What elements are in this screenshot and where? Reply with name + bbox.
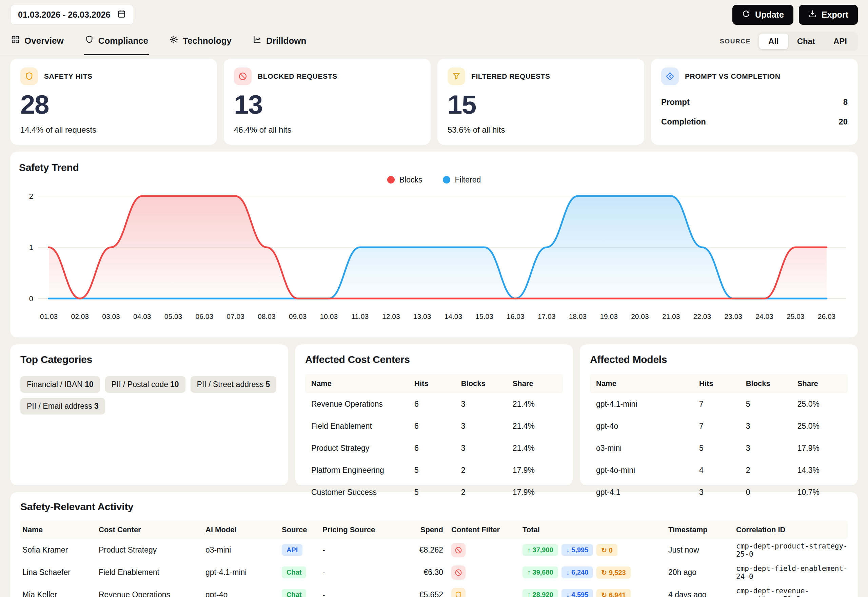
tab-drilldown[interactable]: Drilldown: [252, 29, 307, 55]
cell-pricing-source: -: [323, 568, 407, 577]
category-chip[interactable]: PII / Street address5: [191, 376, 277, 393]
source-option-chat[interactable]: Chat: [788, 34, 824, 49]
category-chip[interactable]: Financial / IBAN10: [20, 376, 100, 393]
models-panel: Affected Models NameHitsBlocksShare gpt-…: [580, 344, 858, 486]
column-header: Name: [22, 526, 95, 534]
svg-text:12.03: 12.03: [382, 312, 400, 320]
safety-trend-panel: Safety Trend Blocks Filtered 01201.0302.…: [10, 151, 858, 337]
source-label: SOURCE: [720, 38, 751, 45]
column-header: Cost Center: [99, 526, 202, 534]
svg-text:17.03: 17.03: [538, 312, 556, 320]
category-chip[interactable]: PII / Postal code10: [105, 376, 185, 393]
cell-cost-center: Revenue Operations: [99, 590, 202, 597]
tokens-down-badge: ↓ 6,240: [561, 566, 593, 578]
table-row: Field Enablement 6 3 21.4%: [305, 415, 563, 437]
legend-item-filtered[interactable]: Filtered: [443, 175, 481, 184]
svg-text:26.03: 26.03: [818, 312, 836, 320]
tab-technology[interactable]: Technology: [169, 29, 232, 55]
export-button[interactable]: Export: [799, 5, 858, 25]
safety-trend-chart: 01201.0302.0303.0304.0305.0306.0307.0308…: [19, 184, 849, 324]
cell-source: API: [282, 544, 319, 556]
tab-label: Compliance: [98, 36, 148, 46]
source-badge: Chat: [282, 589, 306, 597]
kv-value: 20: [838, 117, 848, 126]
activity-row: Sofia Kramer Product Strategy o3-mini AP…: [20, 539, 848, 561]
column-header: Source: [282, 526, 319, 534]
cost-centers-panel: Affected Cost Centers NameHitsBlocksShar…: [295, 344, 573, 486]
tokens-down-badge: ↓ 5,995: [561, 544, 593, 556]
cell-correlation-id: cmp-dept-revenue-operations-21-0: [736, 587, 848, 597]
arrow-up-icon: ↑: [527, 591, 531, 597]
cell-spend: €5.652: [410, 590, 448, 597]
column-header: Hits: [414, 379, 461, 388]
svg-text:11.03: 11.03: [351, 312, 369, 320]
cell-blocks: 3: [461, 444, 513, 453]
cell-model: gpt-4.1-mini: [206, 568, 278, 577]
card-label: SAFETY HITS: [44, 72, 93, 80]
cell-name: Lina Schaefer: [22, 568, 95, 577]
date-range-picker[interactable]: 01.03.2026 - 26.03.2026: [10, 5, 134, 25]
update-label: Update: [755, 10, 784, 20]
cell-blocks: 2: [746, 466, 797, 475]
activity-row: Lina Schaefer Field Enablement gpt-4.1-m…: [20, 561, 848, 584]
tokens-cached-badge: ↻ 6,941: [596, 589, 630, 597]
tab-label: Drilldown: [266, 36, 306, 46]
cell-blocks: 3: [461, 422, 513, 431]
cell-content-filter: [451, 588, 519, 597]
card-value: 13: [234, 91, 421, 118]
tab-compliance[interactable]: Compliance: [84, 29, 149, 55]
table-row: gpt-4o 7 3 25.0%: [590, 415, 848, 437]
arrow-down-icon: ↓: [566, 546, 570, 554]
date-range-value: 01.03.2026 - 26.03.2026: [18, 10, 110, 20]
cell-total: ↑ 28,920 ↓ 4,595 ↻ 6,941: [523, 589, 665, 597]
cell-blocks: 3: [746, 444, 797, 453]
stat-cards-row: SAFETY HITS 28 14.4% of all requests BLO…: [10, 59, 858, 145]
cell-share: 17.9%: [513, 466, 557, 475]
cell-hits: 6: [414, 444, 461, 453]
cell-hits: 5: [414, 488, 461, 497]
update-button[interactable]: Update: [732, 5, 793, 25]
table-header: NameHitsBlocksShare: [590, 374, 848, 393]
cell-share: 14.3%: [797, 466, 841, 475]
cell-name: Field Enablement: [311, 422, 414, 431]
tab-overview[interactable]: Overview: [10, 29, 64, 55]
category-chip[interactable]: PII / Email address3: [20, 398, 105, 414]
cell-blocks: 0: [746, 488, 797, 497]
kv-label: Prompt: [661, 97, 690, 107]
source-option-all[interactable]: All: [759, 34, 788, 49]
tokens-cached-badge: ↻ 9,523: [596, 566, 630, 579]
cell-share: 25.0%: [797, 422, 841, 431]
svg-text:07.03: 07.03: [227, 312, 244, 320]
panel-title: Affected Cost Centers: [305, 354, 563, 365]
funnel-icon: [447, 67, 465, 85]
cost-centers-table: NameHitsBlocksShare Revenue Operations 6…: [305, 374, 563, 503]
svg-text:16.03: 16.03: [507, 312, 524, 320]
cell-share: 17.9%: [513, 488, 557, 497]
activity-table-header: NameCost CenterAI ModelSourcePricing Sou…: [20, 521, 848, 539]
tokens-up-badge: ↑ 39,680: [523, 566, 558, 578]
cell-name: gpt-4o: [596, 422, 699, 431]
column-header: Blocks: [746, 379, 797, 388]
cell-blocks: 3: [461, 399, 513, 409]
table-row: o3-mini 5 3 17.9%: [590, 437, 848, 459]
panels-row: Top Categories Financial / IBAN10PII / P…: [10, 344, 858, 486]
legend-item-blocks[interactable]: Blocks: [387, 175, 422, 184]
cell-hits: 5: [414, 466, 461, 475]
legend-label: Filtered: [455, 175, 481, 184]
table-row: Revenue Operations 6 3 21.4%: [305, 393, 563, 415]
card-label: FILTERED REQUESTS: [471, 72, 550, 80]
card-filtered-requests: FILTERED REQUESTS 15 53.6% of all hits: [437, 59, 644, 145]
arrow-up-icon: ↑: [527, 546, 531, 554]
cell-name: Product Strategy: [311, 444, 414, 453]
shield-icon: [20, 67, 38, 85]
prompt-row: Prompt 8: [661, 97, 848, 107]
cell-share: 17.9%: [797, 444, 841, 453]
tab-label: Technology: [183, 36, 232, 46]
calendar-icon: [117, 9, 126, 20]
card-value: 15: [447, 91, 634, 118]
svg-text:19.03: 19.03: [600, 312, 618, 320]
top-categories-panel: Top Categories Financial / IBAN10PII / P…: [10, 344, 288, 486]
tabs: Overview Compliance Technology Drilldown: [10, 29, 307, 55]
source-option-api[interactable]: API: [824, 34, 856, 49]
svg-text:13.03: 13.03: [413, 312, 431, 320]
